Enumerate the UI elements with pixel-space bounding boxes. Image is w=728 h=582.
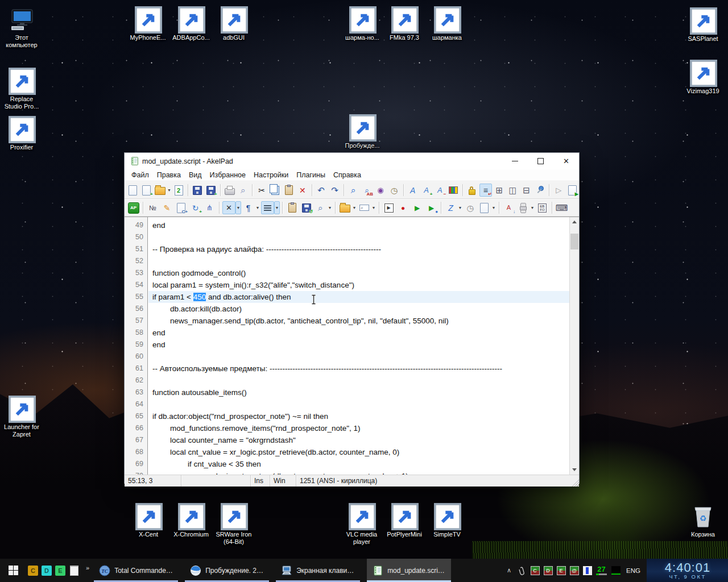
desktop-icon-probuzh[interactable]: Пробужде... xyxy=(342,114,383,149)
taskbar-clock[interactable]: 4:40:01 ЧТ, 9 ОКТ xyxy=(647,559,728,582)
tb-explorer-panel-dropdown[interactable]: ▼ xyxy=(351,201,357,214)
menubar-item-6[interactable]: Плагины xyxy=(292,170,329,180)
desktop-icon-recycle[interactable]: ♻Корзина xyxy=(682,502,723,538)
tb-always-on-top-button[interactable] xyxy=(533,184,546,197)
desktop-icon-vlc[interactable]: VLC media player xyxy=(341,502,382,546)
tb-line-list-button[interactable] xyxy=(261,201,274,214)
text-editor-area[interactable]: 4950515253545556575859606162636465666768… xyxy=(125,217,579,475)
tb-new-button[interactable] xyxy=(127,184,139,197)
tb-quick-view-dropdown[interactable]: ▼ xyxy=(327,201,333,214)
tb-scripts-button[interactable]: Z xyxy=(444,201,457,214)
desktop-icon-zapret[interactable]: Launcher for Zapret xyxy=(1,395,42,438)
maximize-button[interactable] xyxy=(528,153,553,169)
tray-icon-kb-layout[interactable] xyxy=(583,566,592,575)
tb-templates-button[interactable] xyxy=(478,201,491,214)
tb-print-preview-button[interactable]: ⌕ xyxy=(237,184,249,197)
tb-recent-files-button[interactable]: ◷ xyxy=(388,184,400,197)
tb-split-window-v-button[interactable]: ◫ xyxy=(507,184,519,197)
tb-replace-button[interactable]: ⌕AB xyxy=(361,184,373,197)
tb-quick-search-box-dropdown[interactable]: ▼ xyxy=(371,201,377,214)
tb-quick-view-button[interactable]: ⌕ xyxy=(314,201,327,214)
tb-split-window-4-button[interactable]: ⊞ xyxy=(493,184,506,197)
tb-undo-button[interactable]: ↶ xyxy=(315,184,328,197)
menubar-item-7[interactable]: Справка xyxy=(329,170,365,180)
desktop-icon-simpletv[interactable]: TVSimpleTV xyxy=(427,502,468,538)
tb-coder-button[interactable]: C+ xyxy=(175,201,188,214)
tb-coder-x-button[interactable]: ✕ xyxy=(222,201,235,214)
desktop-icon-xchromium[interactable]: X-Chromium xyxy=(171,502,212,538)
tb-refresh-plugin-button[interactable]: ↻+ xyxy=(189,201,202,214)
tb-scroll-pane-dropdown[interactable]: ▼ xyxy=(530,201,535,214)
tb-execute-button[interactable]: ▷ xyxy=(552,184,565,197)
scrollbar-thumb[interactable] xyxy=(570,234,578,250)
tb-log-panel-button[interactable]: ◷ xyxy=(464,201,477,214)
tb-macro-exec-button[interactable]: ▶● xyxy=(425,201,438,214)
desktop-icon-fmka[interactable]: FMka 97.3 xyxy=(384,6,425,41)
taskbar-button-sphere[interactable]: Пробуждение. 205... xyxy=(185,559,269,582)
tb-cut-button[interactable]: ✂ xyxy=(255,184,268,197)
close-button[interactable]: ✕ xyxy=(553,153,579,169)
tb-macro-record-button[interactable]: ● xyxy=(396,201,410,214)
tb-context-panel-button[interactable]: ▶ xyxy=(382,201,395,214)
tb-virtual-keyboard-button[interactable]: ⌨ xyxy=(555,201,568,214)
desktop-icon-sharmanka[interactable]: шарманка xyxy=(427,6,468,41)
tb-exit-button[interactable]: ▶ xyxy=(566,184,578,197)
tb-macro-play-button[interactable]: ▶ xyxy=(411,201,424,214)
tb-read-only-button[interactable] xyxy=(466,184,478,197)
tb-auto-save-button[interactable]: ↺ xyxy=(300,201,313,214)
tb-clipboard-plus-button[interactable] xyxy=(286,201,299,214)
desktop-icon-potplayer[interactable]: PotPlyerMini xyxy=(384,502,425,538)
desktop-icon-sasplanet[interactable]: SASPlanet xyxy=(682,7,723,43)
minimize-button[interactable] xyxy=(502,153,528,169)
window-titlebar[interactable]: mod_update.script - AkelPad ✕ xyxy=(125,153,579,169)
code-text[interactable]: end-- Проверка на радиус алайфа: -------… xyxy=(148,217,569,475)
tb-delete-button[interactable]: ✕ xyxy=(296,184,309,197)
tb-highlighter-button[interactable]: ✎ xyxy=(160,201,173,214)
language-indicator[interactable]: ENG xyxy=(626,567,640,574)
desktop-icon-sharma[interactable]: шарма-но... xyxy=(342,6,383,41)
desktop-icon-replace-studio[interactable]: Replace Studio Pro... xyxy=(1,67,42,110)
tray-icon-net-monitor[interactable] xyxy=(611,566,621,575)
desktop-icon-proxifier[interactable]: PProxifier xyxy=(1,115,42,151)
tb-sort-lines-button[interactable]: A↓ xyxy=(502,201,515,214)
vertical-scrollbar[interactable] xyxy=(569,217,579,475)
quick-launch-overflow[interactable]: » xyxy=(86,564,89,571)
tb-print-button[interactable] xyxy=(224,184,236,197)
tb-line-board-button[interactable]: № xyxy=(146,201,159,214)
desktop-icon-xcent[interactable]: X-Cent xyxy=(128,502,169,538)
tb-redo-button[interactable]: ↷ xyxy=(329,184,341,197)
tb-copy-button[interactable] xyxy=(269,184,282,197)
menubar-item-2[interactable]: Правка xyxy=(153,170,185,180)
scroll-up-button[interactable] xyxy=(570,217,579,227)
desktop-icon-myphone[interactable]: MyPhoneE... xyxy=(127,6,168,41)
desktop-icon-vizimag[interactable]: Vizimag319 xyxy=(682,59,723,95)
tb-invisible-chars-dropdown[interactable]: ▼ xyxy=(255,201,260,214)
tb-quick-search-box-button[interactable]: ⌕ xyxy=(358,201,371,214)
tray-icon-tray-at[interactable]: @ xyxy=(570,566,579,575)
tray-icon-tray-c[interactable]: C xyxy=(531,566,540,575)
tb-colors-button[interactable] xyxy=(447,184,460,197)
resize-grip[interactable] xyxy=(571,479,579,487)
quick-launch-ql-c[interactable]: C xyxy=(28,566,38,576)
quick-launch-document-icon[interactable] xyxy=(70,566,78,576)
taskbar-button-osk[interactable]: Экранная клавиат... xyxy=(276,559,360,582)
tb-line-list-dropdown[interactable]: ▼ xyxy=(274,201,280,214)
desktop-icon-adbgui[interactable]: adbGUI xyxy=(213,6,254,41)
tb-scripts-dropdown[interactable]: ▼ xyxy=(457,201,463,214)
start-button[interactable] xyxy=(0,559,26,582)
tray-chevron-icon[interactable]: ∧ xyxy=(507,567,511,574)
tb-scroll-pane-button[interactable] xyxy=(516,201,530,214)
tb-font-larger-button[interactable]: A+ xyxy=(420,184,433,197)
desktop-icon-adbapp[interactable]: ADBAppCo... xyxy=(171,6,212,41)
taskbar[interactable]: CDE » TCTotal Commander ...Пробуждение. … xyxy=(0,559,728,582)
taskbar-button-tc[interactable]: TCTotal Commander ... xyxy=(94,559,178,582)
tb-save-button[interactable] xyxy=(191,184,204,197)
tb-find-button[interactable]: ⌕ xyxy=(347,184,359,197)
taskbar-button-akel[interactable]: mod_update.script ... xyxy=(367,559,451,582)
tb-open-dropdown[interactable]: ▼ xyxy=(167,184,172,197)
tb-find-in-files-button[interactable]: ◉ xyxy=(374,184,387,197)
tb-open-button[interactable] xyxy=(154,184,167,197)
tb-save-as-button[interactable]: + xyxy=(205,184,217,197)
tb-paste-button[interactable] xyxy=(283,184,295,197)
tb-font-smaller-button[interactable]: A− xyxy=(433,184,446,197)
